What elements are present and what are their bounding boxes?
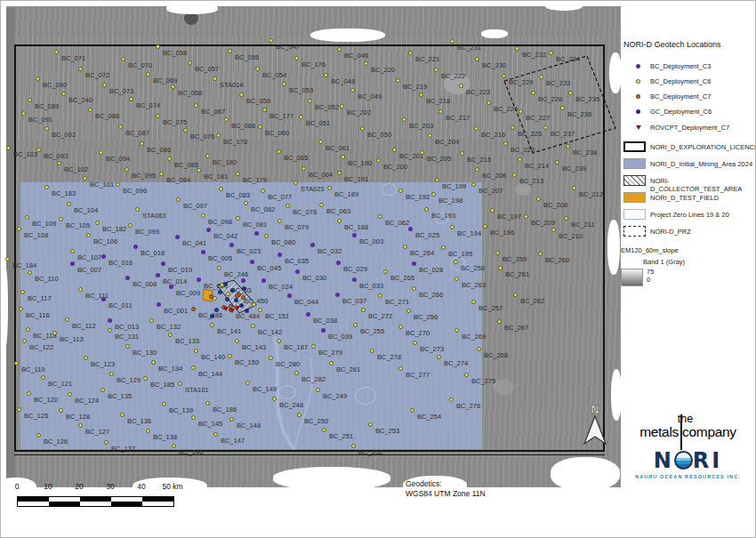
raster-max-value: 75 xyxy=(647,268,654,276)
map-point: BC_233 xyxy=(546,73,570,89)
legend-title: NORI-D Geotech Locations xyxy=(623,40,755,49)
legend-item-test-field: NORI_D_TEST_FIELD xyxy=(623,192,755,206)
map-marker-gc xyxy=(230,288,235,293)
tmc-logo-line1: the xyxy=(618,414,752,424)
legend-panel: NORI-D Geotech Locations BC_Deployment_C… xyxy=(623,40,755,49)
map-point: BC_140 xyxy=(201,347,225,363)
map-point: BC_220 xyxy=(371,60,395,76)
map-point: BC_227 xyxy=(526,108,550,124)
map-point: BC_272 xyxy=(368,306,392,322)
map-point: BC_197 xyxy=(497,206,521,222)
map-point: BC_214 xyxy=(525,156,549,172)
map-point: BC_051 xyxy=(306,113,330,129)
map-point: BC_095 xyxy=(132,165,156,181)
map-point: BC_222 xyxy=(441,66,465,82)
rovcpt-triangle-icon xyxy=(636,125,641,130)
map-point: BC_086 xyxy=(147,140,171,156)
map-point: BC_210 xyxy=(559,226,583,242)
map-point: BC_179 xyxy=(243,170,267,186)
map-point: BC_267 xyxy=(504,317,528,333)
map-point: BC_059 xyxy=(246,91,270,107)
map-point: BC_194 xyxy=(457,223,481,239)
map-point: BC_142 xyxy=(258,322,282,338)
map-point: BC_097 xyxy=(183,196,207,212)
map-point: BC_178 xyxy=(223,132,247,148)
map-point: BC_083 xyxy=(226,185,250,201)
map-marker-gc xyxy=(225,297,229,301)
map-point: BC_215 xyxy=(467,149,491,165)
scale-tick: 50 km xyxy=(162,482,182,491)
map-point: BC_025 xyxy=(415,225,439,241)
map-point: BC_046 xyxy=(344,45,368,61)
map-point: BC_023 xyxy=(237,241,261,257)
map-point: BC_148 xyxy=(237,415,261,431)
map-point: BC_090 xyxy=(43,75,67,91)
map-point: BC_225 xyxy=(518,124,542,140)
map-point: BC_232 xyxy=(522,44,546,60)
map-point: BC_068 xyxy=(178,83,202,99)
map-point: BC_230 xyxy=(482,55,506,71)
map-marker-rov xyxy=(223,307,229,311)
map-point: BC_234 xyxy=(556,49,580,65)
map-point: BC_139 xyxy=(169,400,193,416)
map-point: BC_125 xyxy=(24,406,48,422)
map-point: BC_223 xyxy=(466,82,490,98)
map-marker-gc xyxy=(242,286,246,291)
map-point: BC_205 xyxy=(427,149,451,165)
map-point: BC_078 xyxy=(293,202,317,218)
map-point: BC_239 xyxy=(562,158,586,174)
map-point: BC_151 xyxy=(265,306,289,322)
map-point: BC_226 xyxy=(511,140,535,156)
map-point: BC_176 xyxy=(302,54,326,70)
map-point: BC_057 xyxy=(195,59,219,75)
map-point: BC_080 xyxy=(271,232,295,248)
map-point: BC_279 xyxy=(318,342,342,358)
map-point: BC_218 xyxy=(426,91,450,107)
nori-wave-o-icon xyxy=(674,451,693,470)
map-point: BC_108 xyxy=(24,225,48,241)
map-point: BC_146 xyxy=(179,442,203,458)
map-point: BC_053 xyxy=(289,80,313,96)
map-point: BC_011 xyxy=(109,295,133,311)
map-marker-c6 xyxy=(226,292,230,296)
legend-item-gc-c6: GC_Deployment_C6 xyxy=(623,107,755,119)
map-point: BC_237 xyxy=(551,124,575,140)
raster-gradient-swatch xyxy=(621,269,643,286)
map-point: BC_103 xyxy=(13,144,37,160)
zero-lines-swatch xyxy=(623,209,646,220)
map-point: BC_060 xyxy=(265,123,289,139)
map-point: BC_131 xyxy=(115,326,139,342)
map-marker-c6 xyxy=(220,283,224,287)
map-point: BC_016 xyxy=(109,253,133,269)
prz-swatch xyxy=(623,226,646,237)
legend-item-mining-area: NORI_D_Initial_Mining_Area 2024 xyxy=(623,158,755,173)
map-point: BC_208 xyxy=(543,195,567,211)
map-point: BC_033 xyxy=(359,276,383,292)
map-point: BC_184 xyxy=(12,255,36,271)
legend-item-bc-c3: BC_Deployment_C3 xyxy=(623,61,755,74)
legend-item-collector-test-area: NORI-D_COLLECTOR_TEST_AREA xyxy=(623,175,755,189)
map-point: BC_116 xyxy=(26,305,50,321)
map-marker-gc xyxy=(210,314,214,318)
map-point: BC_198 xyxy=(438,190,462,206)
gc-dot-icon xyxy=(636,109,640,114)
map-point: BC_270 xyxy=(406,323,430,339)
map-marker-gc xyxy=(214,308,219,312)
raster-min-value: 0 xyxy=(647,276,650,284)
map-point: BC_067 xyxy=(201,101,225,117)
map-point: BC_106 xyxy=(93,231,117,247)
map-point: BC_009 xyxy=(176,283,200,299)
map-point: BC_260 xyxy=(545,250,569,266)
scale-tick: 40 xyxy=(137,482,145,491)
map-point: BC_127 xyxy=(85,422,109,438)
map-point: BC_250 xyxy=(304,411,328,427)
map-point: BC_135 xyxy=(108,386,132,402)
map-point: BC_121 xyxy=(48,373,72,389)
map-point: BC_007 xyxy=(77,260,101,276)
scale-bar-graphic xyxy=(17,496,174,507)
c6-ring-icon xyxy=(636,79,640,84)
legend-item-project-zero-lines: Project Zero Lines 19 & 20 xyxy=(623,209,755,223)
map-point: BC_055 xyxy=(235,47,259,63)
map-point: BC_065 xyxy=(284,148,308,164)
map-point: STA014 xyxy=(220,75,244,91)
